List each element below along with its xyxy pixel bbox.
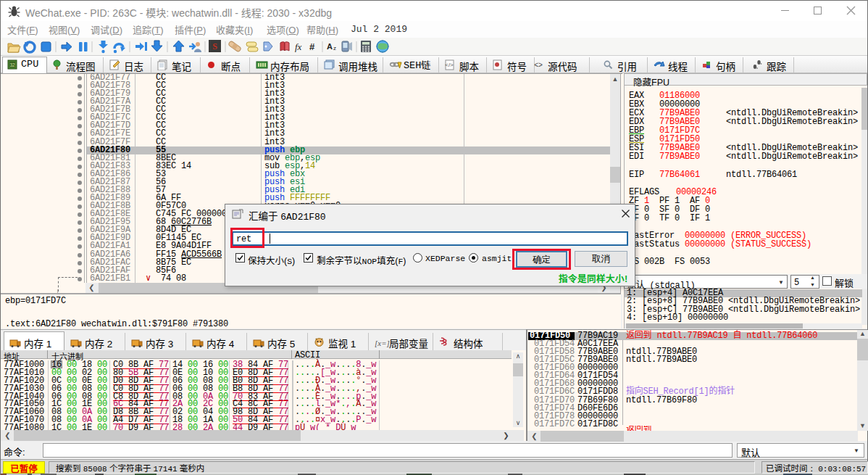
svg-text:A: A: [327, 42, 333, 51]
svg-text:<>: <>: [534, 61, 543, 69]
svg-text:</>: </>: [445, 62, 454, 68]
svg-text:32: 32: [9, 62, 15, 67]
svg-text:z: z: [333, 45, 336, 51]
svg-text:fx: fx: [295, 41, 302, 52]
svg-text:[x=]: [x=]: [375, 339, 390, 347]
svg-text:S: S: [212, 41, 217, 51]
svg-text:#: #: [309, 41, 315, 52]
